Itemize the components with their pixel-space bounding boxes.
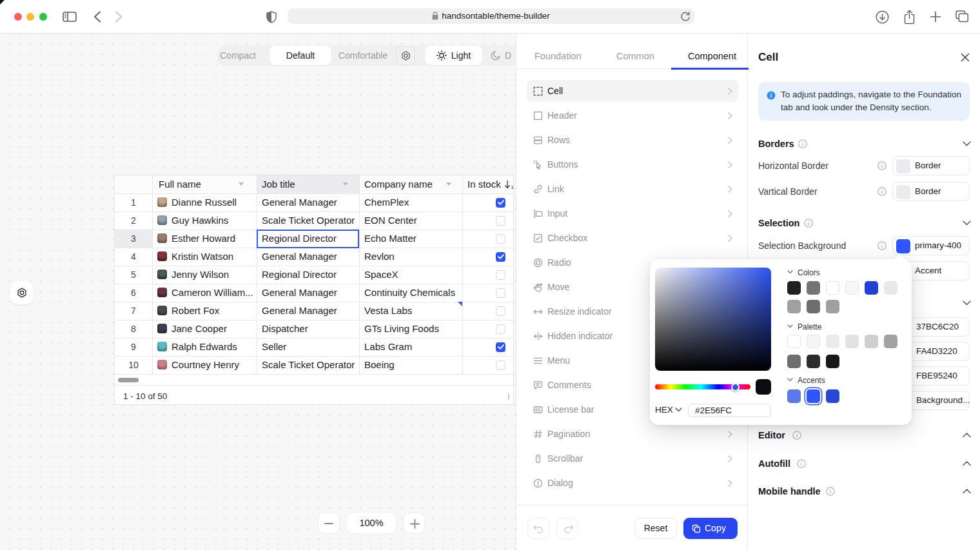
svg-text:1: 1 (511, 184, 514, 190)
